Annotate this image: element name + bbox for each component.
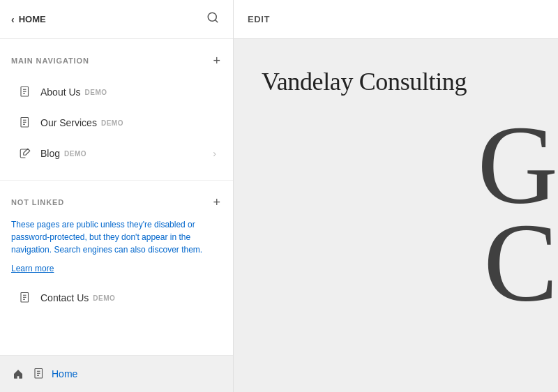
search-icon [206, 11, 219, 24]
back-home-label: HOME [19, 14, 46, 24]
nav-item-our-services-badge: DEMO [101, 119, 123, 127]
back-home-link[interactable]: ‹ HOME [11, 14, 46, 25]
nav-item-contact-us-badge: DEMO [93, 294, 115, 302]
main-content: EDIT Vandelay Consulting G C [234, 0, 558, 392]
not-linked-info: These pages are public unless they're di… [11, 218, 222, 256]
nav-item-our-services[interactable]: Our Services DEMO [11, 107, 222, 138]
large-letter-c: C [483, 206, 558, 318]
document-icon-3 [19, 291, 31, 305]
page-icon-our-services [17, 114, 33, 131]
nav-item-contact-us[interactable]: Contact Us DEMO [11, 282, 222, 313]
nav-item-home[interactable]: Home [0, 356, 233, 392]
preview-area: Vandelay Consulting G C [234, 39, 558, 392]
add-not-linked-button[interactable]: + [211, 195, 222, 210]
nav-item-blog[interactable]: Blog DEMO › [11, 138, 222, 169]
edit-label: EDIT [248, 14, 270, 24]
not-linked-section: NOT LINKED + These pages are public unle… [0, 180, 233, 320]
back-arrow-icon: ‹ [11, 14, 15, 25]
site-title: Vandelay Consulting [262, 67, 530, 96]
sidebar-bottom: Home [0, 355, 233, 392]
page-icon-blog [17, 145, 33, 162]
nav-item-about-us-badge: DEMO [85, 89, 107, 96]
svg-line-1 [215, 20, 217, 22]
nav-item-about-us[interactable]: About Us DEMO [11, 77, 222, 107]
nav-item-about-us-label: About Us [40, 86, 81, 98]
main-nav-section: MAIN NAVIGATION + About Us DEMO [0, 39, 233, 176]
page-icon-about-us [17, 84, 33, 100]
sidebar-header: ‹ HOME [0, 0, 233, 39]
not-linked-label: NOT LINKED [11, 198, 64, 206]
document-icon-2 [19, 116, 31, 130]
edit-document-icon [19, 147, 31, 160]
home-highlight-icon [11, 367, 25, 381]
search-button[interactable] [204, 8, 222, 30]
document-icon [19, 85, 31, 99]
nav-item-contact-us-label: Contact Us [40, 292, 89, 303]
learn-more-link[interactable]: Learn more [11, 264, 54, 273]
nav-item-blog-badge: DEMO [64, 150, 86, 158]
nav-item-our-services-label: Our Services [40, 117, 97, 128]
nav-item-home-label: Home [52, 368, 77, 379]
sidebar: ‹ HOME MAIN NAVIGATION + [0, 0, 234, 392]
add-nav-item-button[interactable]: + [211, 53, 222, 68]
home-solid-icon [13, 368, 24, 379]
nav-item-blog-label: Blog [40, 148, 60, 159]
edit-bar: EDIT [234, 0, 558, 39]
not-linked-header: NOT LINKED + [11, 195, 222, 210]
main-nav-label: MAIN NAVIGATION [11, 56, 89, 65]
document-icon-home [33, 367, 45, 381]
page-icon-home [31, 365, 47, 382]
main-nav-header: MAIN NAVIGATION + [11, 53, 222, 68]
blog-chevron-icon: › [213, 148, 216, 159]
page-icon-contact-us [17, 289, 33, 306]
